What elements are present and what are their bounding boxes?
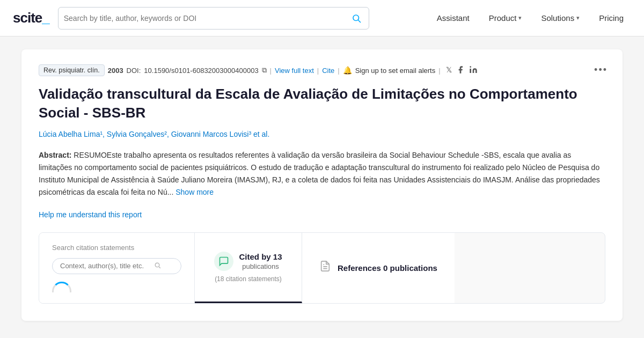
tab-citation-statements: (18 citation statements) (215, 275, 282, 283)
chevron-down-icon: ▾ (518, 14, 522, 21)
chat-bubble-icon (218, 256, 229, 267)
help-link[interactable]: Help me understand this report (39, 210, 142, 219)
paper-title: Validação transcultural da Escala de Ava… (39, 85, 605, 122)
bell-icon: 🔔 (343, 66, 352, 75)
cited-sub-text: publications (242, 262, 279, 270)
search-bar[interactable] (58, 7, 369, 30)
references-label: References 0 publications (338, 263, 437, 273)
logo-underscore: _ (42, 10, 49, 26)
nav-label-assistant: Assistant (437, 13, 470, 23)
cited-by-bubble (214, 252, 233, 271)
svg-line-5 (159, 267, 160, 268)
cite-link[interactable]: Cite (322, 67, 334, 75)
search-small-icon (154, 262, 161, 270)
citation-sub-2: statements) (248, 275, 282, 283)
citation-search-input-wrap[interactable] (52, 258, 181, 274)
more-options-button[interactable]: ••• (594, 64, 608, 76)
separator-3: | (338, 67, 339, 75)
svg-rect-2 (470, 69, 471, 73)
navbar: scite_ Assistant Product ▾ Solutions ▾ P… (0, 0, 644, 36)
paper-card: ••• Rev. psiquiatr. clín. 2003 DOI: 10.1… (21, 49, 623, 321)
svg-point-0 (353, 15, 359, 21)
citation-search-panel: Search citation statements (39, 233, 195, 303)
abstract-text: RESUMOEste trabalho apresenta os resulta… (39, 151, 600, 196)
nav-label-solutions: Solutions (541, 13, 574, 23)
cited-main-text: Cited by 13 (239, 252, 282, 261)
document-icon (319, 260, 331, 275)
tab-cited-by-text: Cited by 13 publications (239, 252, 282, 270)
search-submit-button[interactable] (349, 11, 363, 25)
nav-item-product[interactable]: Product ▾ (481, 9, 530, 27)
facebook-icon[interactable] (456, 65, 465, 76)
separator-1: | (270, 67, 272, 75)
nav-links: Assistant Product ▾ Solutions ▾ Pricing (429, 9, 631, 27)
doi-value: 10.1590/s0101-60832003000400003 (144, 67, 258, 75)
tab-cited-by-sub-label: publications (239, 262, 282, 270)
search-icon (352, 13, 361, 23)
alert-text[interactable]: Sign up to set email alerts (355, 67, 436, 75)
show-more-button[interactable]: Show more (175, 188, 214, 196)
journal-badge: Rev. psiquiatr. clín. (39, 64, 105, 76)
abstract-label: Abstract: (39, 151, 71, 159)
tab-cited-by[interactable]: Cited by 13 publications (18 citation st… (195, 233, 302, 303)
tab-cited-by-main-label: Cited by 13 (239, 252, 282, 261)
citation-search-label: Search citation statements (52, 244, 181, 252)
tab-references[interactable]: References 0 publications (302, 233, 455, 303)
citation-sub-1: (18 citation (215, 275, 246, 283)
nav-label-pricing: Pricing (599, 13, 624, 23)
separator-4: | (438, 67, 440, 75)
content-area: ••• Rev. psiquiatr. clín. 2003 DOI: 10.1… (11, 49, 633, 321)
nav-label-product: Product (489, 13, 517, 23)
bottom-section: Search citation statements (39, 232, 605, 304)
abstract: Abstract: RESUMOEste trabalho apresenta … (39, 149, 605, 199)
separator-2: | (317, 67, 319, 75)
authors-text: Lúcia Abelha Lima¹, Sylvia Gonçalves², G… (39, 130, 269, 138)
nav-item-pricing[interactable]: Pricing (591, 9, 631, 27)
twitter-icon[interactable]: 𝕏 (446, 65, 452, 76)
copy-doi-icon[interactable]: ⧉ (262, 66, 267, 75)
view-full-text-link[interactable]: View full text (275, 67, 314, 75)
site-logo[interactable]: scite_ (13, 10, 49, 26)
svg-line-1 (358, 20, 360, 22)
loading-spinner (52, 282, 71, 292)
chevron-down-icon: ▾ (576, 14, 580, 21)
tab-cited-by-content: Cited by 13 publications (214, 252, 282, 271)
doi-label: DOI: (127, 67, 141, 75)
nav-item-solutions[interactable]: Solutions ▾ (533, 9, 587, 27)
linkedin-icon[interactable] (469, 65, 478, 76)
meta-row: Rev. psiquiatr. clín. 2003 DOI: 10.1590/… (39, 64, 605, 76)
svg-point-4 (155, 263, 159, 267)
citation-search-field[interactable] (60, 262, 151, 270)
search-input[interactable] (64, 14, 349, 23)
publication-year: 2003 (108, 67, 123, 75)
nav-item-assistant[interactable]: Assistant (429, 9, 477, 27)
citation-tabs: Cited by 13 publications (18 citation st… (195, 233, 605, 303)
svg-point-3 (470, 66, 471, 68)
social-icons: 𝕏 (446, 65, 478, 76)
authors[interactable]: Lúcia Abelha Lima¹, Sylvia Gonçalves², G… (39, 130, 605, 138)
